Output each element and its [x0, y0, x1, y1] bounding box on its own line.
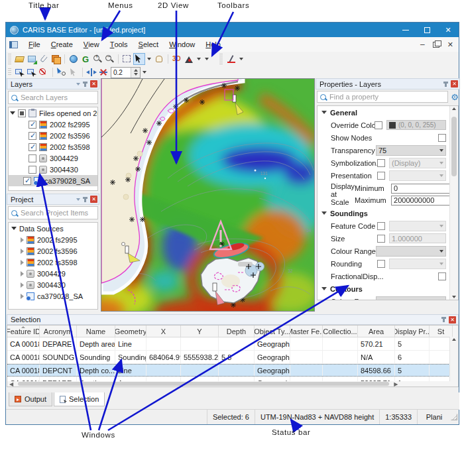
- pin-icon[interactable]: [443, 317, 445, 322]
- tree-item[interactable]: 3004429: [9, 268, 97, 279]
- tree-item[interactable]: Data Sources: [9, 223, 97, 234]
- tree-item[interactable]: 3004429: [9, 152, 97, 164]
- toolbar-grip[interactable]: [8, 68, 11, 77]
- tree-item[interactable]: 2002 fs3596: [9, 245, 97, 257]
- tolerance-spinner[interactable]: [131, 68, 140, 78]
- dropdown[interactable]: [376, 296, 446, 301]
- expander-icon[interactable]: [21, 294, 24, 299]
- column-header-display-pr-[interactable]: Display Pr...: [395, 326, 430, 337]
- expander-icon[interactable]: [21, 282, 24, 288]
- select-rect-icon[interactable]: [27, 67, 37, 78]
- split-icon[interactable]: [86, 67, 97, 78]
- project-panel-header[interactable]: Project ✕: [7, 194, 99, 205]
- menu-create[interactable]: Create: [46, 37, 78, 52]
- close-panel-icon[interactable]: ✕: [90, 80, 97, 88]
- checkbox[interactable]: [29, 166, 36, 174]
- dropdown-caret-icon[interactable]: [197, 58, 201, 60]
- spin-up-icon[interactable]: [134, 69, 138, 72]
- select-zoom-icon[interactable]: [56, 67, 67, 78]
- tree-item[interactable]: ca379028_SA: [9, 175, 97, 186]
- tree-item[interactable]: 3004430: [9, 164, 97, 175]
- expander-icon[interactable]: [21, 260, 24, 265]
- column-header-st[interactable]: St: [430, 326, 453, 337]
- zoom-window-icon[interactable]: [122, 54, 133, 64]
- column-header-feature-id[interactable]: Feature ID: [7, 326, 40, 337]
- close-panel-icon[interactable]: ✕: [449, 316, 456, 324]
- checkbox[interactable]: [23, 177, 31, 185]
- layers-panel-header[interactable]: Layers ✕: [7, 78, 99, 89]
- tree-item[interactable]: ca379028_SA: [9, 290, 97, 302]
- toolbar-grip[interactable]: [8, 54, 11, 64]
- checkbox[interactable]: [377, 260, 385, 268]
- toolbar-grip[interactable]: [219, 54, 223, 64]
- add-image-icon[interactable]: [27, 54, 37, 64]
- map-2d-view[interactable]: 1315432: [101, 78, 315, 312]
- select-append-icon[interactable]: [15, 67, 25, 78]
- expander-icon[interactable]: [10, 111, 15, 115]
- pin-icon[interactable]: [84, 82, 86, 87]
- column-header-depth[interactable]: Depth: [219, 326, 255, 337]
- menu-select[interactable]: Select: [133, 37, 164, 52]
- zoom-out-icon[interactable]: [104, 54, 115, 64]
- layers-search-input[interactable]: Search Layers: [8, 91, 98, 104]
- table-vertical-scrollbar[interactable]: [449, 337, 458, 387]
- spin-down-icon[interactable]: [134, 73, 138, 76]
- tab-selection[interactable]: Selection: [54, 392, 105, 406]
- checkbox[interactable]: [377, 172, 385, 180]
- column-header-x[interactable]: X: [146, 326, 181, 337]
- checkbox[interactable]: [18, 109, 26, 117]
- scrollbar-thumb[interactable]: [451, 117, 457, 176]
- mdi-restore-button[interactable]: [433, 42, 439, 48]
- column-header-acronym[interactable]: Acronym: [40, 326, 77, 337]
- expander-icon[interactable]: [21, 271, 24, 276]
- globe-icon[interactable]: [68, 54, 79, 64]
- properties-panel-header[interactable]: Properties - Layers ✕: [316, 78, 460, 89]
- expander-icon[interactable]: [11, 227, 17, 230]
- table-row[interactable]: CA 00018...SOUNDGSoundingSounding684064.…: [7, 351, 458, 364]
- column-header-name[interactable]: Name: [77, 326, 115, 337]
- select-none-icon[interactable]: [38, 67, 49, 78]
- maximize-button[interactable]: [416, 23, 437, 37]
- close-panel-icon[interactable]: ✕: [90, 196, 97, 203]
- checkbox[interactable]: [377, 159, 385, 167]
- angle-tool-icon[interactable]: [226, 54, 237, 64]
- arrow-gray-icon[interactable]: [68, 67, 79, 78]
- tree-item[interactable]: Files opened on 201...: [9, 107, 97, 119]
- title-bar[interactable]: CARIS BASE Editor - [untitled.project] ✕: [6, 23, 459, 37]
- tree-item[interactable]: 2002 fs2995: [9, 234, 97, 245]
- selection-panel-header[interactable]: Selection ✕: [7, 314, 459, 325]
- tree-item[interactable]: 3004430: [9, 279, 97, 290]
- layers-icon[interactable]: [50, 54, 61, 64]
- view-3d-icon[interactable]: [172, 54, 182, 64]
- checkbox[interactable]: [29, 143, 36, 151]
- tab-output[interactable]: Output: [9, 392, 52, 406]
- attach-icon[interactable]: [38, 54, 49, 64]
- column-header-y[interactable]: Y: [181, 326, 219, 337]
- dropdown[interactable]: 75: [376, 145, 446, 156]
- tree-item[interactable]: 2002 fs2995: [9, 119, 97, 130]
- menu-tools[interactable]: Tools: [105, 37, 133, 52]
- scale-input[interactable]: 2000000000: [391, 196, 457, 206]
- table-horizontal-scrollbar[interactable]: ◀ ▶: [7, 381, 458, 387]
- checkbox[interactable]: [377, 235, 385, 243]
- resize-grip[interactable]: [451, 414, 457, 420]
- open-file-icon[interactable]: [15, 54, 25, 64]
- column-header-area[interactable]: Area: [358, 326, 395, 337]
- dropdown-caret-icon[interactable]: [205, 58, 209, 60]
- document-icon[interactable]: [9, 41, 18, 48]
- tree-item[interactable]: 2002 fs3596: [9, 130, 97, 141]
- dropdown[interactable]: [376, 246, 446, 257]
- gear-icon[interactable]: ⚙: [451, 93, 459, 101]
- profile-icon[interactable]: [184, 54, 194, 64]
- minimize-button[interactable]: [395, 23, 416, 37]
- column-header-geometry[interactable]: Geometry: [115, 326, 146, 337]
- column-header-master-fe-[interactable]: Master Fe...: [290, 326, 323, 337]
- section-header-soundings[interactable]: Soundings: [318, 207, 458, 219]
- checkbox[interactable]: [29, 132, 36, 140]
- close-panel-icon[interactable]: ✕: [451, 80, 458, 88]
- checkbox[interactable]: [29, 154, 36, 162]
- scale-input[interactable]: 0: [391, 184, 457, 194]
- section-header-contours[interactable]: Contours: [318, 282, 458, 295]
- checkbox[interactable]: [438, 272, 446, 280]
- panel-menu-icon[interactable]: [76, 83, 80, 86]
